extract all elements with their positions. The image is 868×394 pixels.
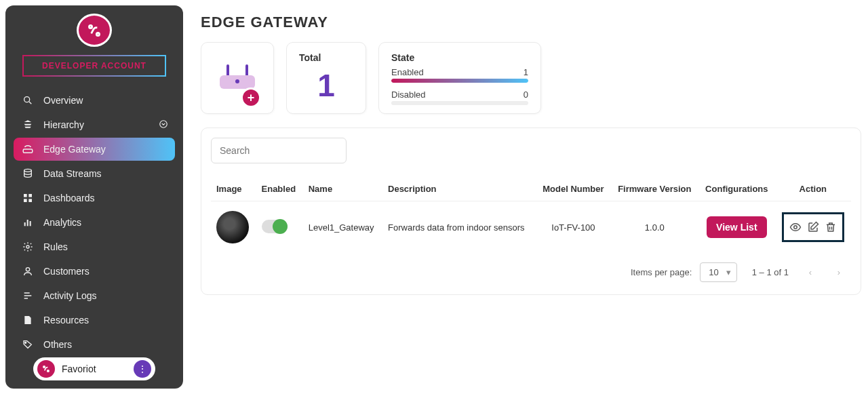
cell-name: Level1_Gateway xyxy=(303,201,382,254)
col-firmware: Firmware Version xyxy=(611,177,698,201)
total-card: Total 1 xyxy=(286,42,366,114)
sidebar-item-customers[interactable]: Customers xyxy=(14,260,175,283)
svg-rect-6 xyxy=(24,194,27,197)
page-title: EDGE GATEWAY xyxy=(201,14,861,31)
workspace-label: Favoriot xyxy=(62,363,127,374)
sidebar-item-label: Data Streams xyxy=(43,168,102,179)
delete-icon[interactable] xyxy=(825,221,837,233)
items-per-page-label: Items per page: xyxy=(631,267,692,277)
main-content: EDGE GATEWAY + Total 1 State Enabled 1 xyxy=(189,0,868,394)
action-cell-highlight xyxy=(782,212,844,242)
gateway-table: Image Enabled Name Description Model Num… xyxy=(211,177,851,253)
database-icon xyxy=(22,168,34,180)
disabled-value: 0 xyxy=(524,90,528,100)
brand-logo xyxy=(77,14,112,47)
sidebar-item-label: Dashboards xyxy=(43,193,95,203)
svg-rect-4 xyxy=(23,149,33,153)
gateway-table-panel: Image Enabled Name Description Model Num… xyxy=(201,127,861,295)
gateway-icon xyxy=(22,143,34,155)
sidebar-item-label: Resources xyxy=(43,315,89,326)
col-config: Configurations xyxy=(698,177,775,201)
svg-point-13 xyxy=(26,245,29,248)
tag-icon xyxy=(22,338,34,351)
prev-page-button[interactable]: ‹ xyxy=(804,266,817,279)
customers-icon xyxy=(22,265,34,277)
gear-icon xyxy=(22,241,34,253)
analytics-icon xyxy=(22,216,34,229)
col-action: Action xyxy=(775,177,851,201)
table-row: Level1_Gateway Forwards data from indoor… xyxy=(211,201,851,254)
svg-point-14 xyxy=(26,268,29,271)
col-name: Name xyxy=(303,177,382,201)
svg-rect-8 xyxy=(24,199,27,203)
svg-rect-12 xyxy=(30,221,31,226)
edit-icon[interactable] xyxy=(807,221,819,233)
sidebar-item-activity-logs[interactable]: Activity Logs xyxy=(14,284,175,307)
enabled-value: 1 xyxy=(524,67,528,77)
svg-point-15 xyxy=(25,342,26,344)
view-list-button[interactable]: View List xyxy=(707,216,766,238)
svg-point-17 xyxy=(47,370,49,372)
logs-icon xyxy=(22,290,34,302)
sidebar-item-label: Customers xyxy=(43,266,90,277)
view-icon[interactable] xyxy=(789,221,802,233)
svg-rect-10 xyxy=(24,222,26,226)
sidebar-item-hierarchy[interactable]: Hierarchy xyxy=(14,113,175,136)
sidebar-item-label: Activity Logs xyxy=(43,290,97,301)
workspace-switcher[interactable]: Favoriot ⋮ xyxy=(33,357,155,380)
gateway-image xyxy=(216,211,249,243)
cell-model: IoT-FV-100 xyxy=(536,201,610,254)
search-icon xyxy=(22,94,34,106)
developer-account-button[interactable]: DEVELOPER ACCOUNT xyxy=(22,55,166,77)
col-description: Description xyxy=(382,177,536,201)
enabled-toggle[interactable] xyxy=(262,220,288,233)
add-icon[interactable]: + xyxy=(241,87,261,108)
dashboard-icon xyxy=(22,192,34,204)
total-label: Total xyxy=(299,52,353,63)
table-pager: Items per page: 10 1 – 1 of 1 ‹ › xyxy=(211,253,851,285)
svg-point-16 xyxy=(43,366,45,368)
disabled-bar xyxy=(391,101,528,105)
items-per-page-select[interactable]: 10 xyxy=(700,262,736,282)
search-input[interactable] xyxy=(211,138,347,163)
total-value: 1 xyxy=(299,67,353,104)
sidebar-item-resources[interactable]: Resources xyxy=(14,309,175,332)
resources-icon xyxy=(22,314,34,326)
svg-rect-11 xyxy=(27,220,28,226)
brand-mini-icon xyxy=(37,360,55,378)
cell-firmware: 1.0.0 xyxy=(611,201,698,254)
svg-point-2 xyxy=(24,97,30,102)
svg-point-18 xyxy=(794,226,797,229)
sidebar-item-edge-gateway[interactable]: Edge Gateway xyxy=(14,138,175,161)
enabled-bar xyxy=(391,79,528,83)
disabled-label: Disabled xyxy=(391,90,426,100)
sidebar-item-analytics[interactable]: Analytics xyxy=(14,211,175,234)
enabled-label: Enabled xyxy=(391,67,424,77)
sidebar: DEVELOPER ACCOUNT Overview Hierarchy Edg… xyxy=(5,5,183,389)
sidebar-item-data-streams[interactable]: Data Streams xyxy=(14,162,175,185)
state-card: State Enabled 1 Disabled 0 xyxy=(378,42,541,114)
sidebar-item-rules[interactable]: Rules xyxy=(14,235,175,258)
sidebar-item-label: Rules xyxy=(43,241,68,252)
sidebar-item-label: Edge Gateway xyxy=(43,144,106,155)
col-image: Image xyxy=(211,177,256,201)
sidebar-item-label: Analytics xyxy=(43,217,81,228)
page-range: 1 – 1 of 1 xyxy=(752,267,789,277)
svg-rect-9 xyxy=(28,199,32,203)
svg-point-3 xyxy=(160,121,167,128)
sidebar-nav: Overview Hierarchy Edge Gateway Data Str… xyxy=(5,87,183,357)
svg-point-5 xyxy=(24,170,32,172)
sidebar-item-dashboards[interactable]: Dashboards xyxy=(14,186,175,210)
more-options-icon[interactable]: ⋮ xyxy=(134,360,151,378)
col-enabled: Enabled xyxy=(256,177,303,201)
sidebar-item-others[interactable]: Others xyxy=(14,333,175,356)
add-gateway-card[interactable]: + xyxy=(201,42,274,114)
sidebar-item-label: Overview xyxy=(43,95,83,106)
sidebar-item-overview[interactable]: Overview xyxy=(14,89,175,112)
col-model: Model Number xyxy=(536,177,610,201)
cell-description: Forwards data from indoor sensors xyxy=(382,201,536,254)
hierarchy-icon xyxy=(22,119,34,131)
chevron-down-icon[interactable] xyxy=(159,119,168,131)
svg-rect-7 xyxy=(28,194,32,197)
next-page-button[interactable]: › xyxy=(832,266,846,279)
